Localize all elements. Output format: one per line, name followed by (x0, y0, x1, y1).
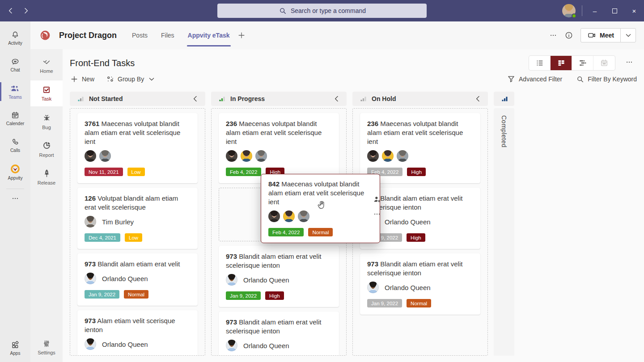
task-title: 973 Blandit alam etiam erat velit sceler… (367, 260, 473, 278)
assignee-avatar (367, 150, 379, 162)
task-card[interactable]: 236 Maecenas volutpat blandit alam etiam… (360, 113, 480, 183)
module-rail-item-release[interactable]: Release (30, 164, 63, 189)
task-card[interactable]: 973 Blandit alam etiam erat velit sceler… (360, 253, 480, 315)
channel-tabs: PostsFilesAppvity eTask (127, 21, 235, 49)
app-rail-more-button[interactable] (0, 192, 30, 205)
app-rail-item-apps[interactable]: Apps (0, 335, 30, 361)
team-logo-icon (39, 29, 51, 41)
board-more-button[interactable] (625, 58, 633, 66)
assignee-avatar (367, 282, 379, 293)
filter-by-keyword-input[interactable]: Filter By Keyword (576, 75, 637, 84)
rail-item-label: Bug (42, 125, 51, 130)
tab-files[interactable]: Files (156, 21, 180, 49)
user-avatar[interactable] (562, 4, 576, 17)
group-by-icon (106, 75, 114, 84)
module-rail-item-home[interactable]: Home (30, 53, 63, 79)
rail-item-label: Activity (8, 41, 22, 46)
meet-button[interactable]: Meet (581, 29, 620, 42)
rail-item-label: Appvity (8, 176, 23, 181)
module-rail-item-bug[interactable]: Bug (30, 108, 63, 134)
task-card[interactable]: 973 Blandit alam etiam erat velit sceler… (219, 246, 339, 307)
card-more-button[interactable] (373, 210, 381, 218)
collapse-column-button[interactable] (191, 94, 200, 103)
task-card[interactable]: 3761 Maecenas volutpat blandit alam etia… (77, 113, 198, 183)
assignee-name: Orlando Queen (102, 341, 148, 348)
task-id: 842 (268, 180, 280, 188)
teams-title-bar: Search or type a command – × (0, 0, 644, 21)
column-header[interactable]: On Hold (352, 92, 488, 106)
dragged-task-card[interactable]: 842 Maecenas volutpat blandit alam etiam… (261, 174, 380, 243)
column-name: Completed (500, 115, 508, 356)
assign-person-button[interactable] (373, 195, 381, 204)
bell-icon (11, 30, 20, 39)
ellipsis-icon (11, 194, 19, 202)
assignee-name: Orlando Queen (243, 276, 289, 284)
advanced-filter-button[interactable]: Advanced Filter (507, 75, 562, 84)
group-by-dropdown[interactable]: Group By (106, 75, 156, 84)
task-card[interactable]: 973 Blandit alam etiam erat velitOrlando… (77, 253, 198, 306)
assignee-avatar (255, 150, 267, 162)
grab-hand-cursor-icon (316, 199, 327, 210)
view-list-button[interactable] (529, 56, 551, 70)
priority-badge: High (407, 233, 425, 242)
task-card[interactable]: 973 Alam etiam velit scerisque ientonOrl… (77, 310, 198, 356)
task-id: 236 (226, 120, 237, 127)
priority-badge: Normal (407, 299, 431, 307)
teams-icon (10, 84, 20, 93)
module-rail-item-settings[interactable]: Settings (30, 334, 63, 360)
assignee-avatar (382, 150, 394, 162)
ellipsis-icon (373, 210, 381, 218)
task-title: 973 Blandit alam etiam erat velit (85, 260, 191, 269)
view-kanban-button[interactable] (551, 56, 572, 70)
app-rail-item-calender[interactable]: Calender (0, 105, 30, 131)
column-header[interactable]: Not Started (70, 92, 205, 106)
chevron-left-icon (6, 6, 15, 15)
column-status-chart-icon (77, 95, 85, 103)
rail-item-label: Settings (38, 350, 55, 355)
assignee-avatar (85, 338, 96, 350)
rail-item-label: Release (38, 180, 55, 185)
meet-dropdown-button[interactable] (620, 29, 636, 42)
command-search-input[interactable]: Search or type a command (217, 4, 427, 18)
app-rail-item-teams[interactable]: Teams (0, 79, 30, 105)
window-close-button[interactable]: × (624, 0, 644, 21)
tab-posts[interactable]: Posts (127, 21, 153, 49)
nav-back-button[interactable] (6, 6, 15, 15)
module-rail-item-report[interactable]: Report (30, 136, 63, 162)
assignee-name: Orlando Queen (385, 284, 431, 291)
collapse-column-button[interactable] (332, 94, 341, 103)
collapse-column-button[interactable] (474, 94, 483, 103)
due-date-badge: Dec 4, 2021 (85, 233, 120, 242)
task-card[interactable]: 236 Maecenas volutpat blandit alam etiam… (219, 113, 339, 183)
column-name: In Progress (230, 95, 265, 102)
column-header[interactable]: In Progress (211, 92, 347, 106)
new-task-button[interactable]: New (70, 75, 94, 84)
channel-header: Project Dragon PostsFilesAppvity eTask M… (30, 21, 644, 49)
column-header[interactable] (494, 92, 514, 106)
collapsed-column-strip[interactable]: Completed (494, 108, 514, 356)
task-icon (42, 85, 51, 94)
new-label: New (82, 76, 94, 83)
list-view-icon (535, 59, 544, 67)
due-date-badge: Jan 9, 2022 (226, 291, 261, 300)
team-name: Project Dragon (59, 31, 117, 40)
tab-appvity-etask[interactable]: Appvity eTask (182, 21, 235, 49)
nav-forward-button[interactable] (21, 6, 30, 15)
module-rail-item-task[interactable]: Task (30, 80, 63, 106)
app-rail-item-chat[interactable]: Chat (0, 52, 30, 78)
task-card[interactable]: 126 Volutpat blandit alam etiam erat vel… (77, 188, 198, 249)
window-minimize-button[interactable]: – (585, 0, 605, 21)
app-rail-item-activity[interactable]: Activity (0, 25, 30, 51)
column-name: Not Started (89, 95, 123, 102)
channel-more-button[interactable] (549, 31, 557, 39)
task-card[interactable]: 973 Blandit alam etiam erat velit sceler… (219, 311, 339, 356)
app-rail-item-calls[interactable]: Calls (0, 132, 30, 158)
view-timeline-button[interactable] (572, 56, 593, 70)
channel-info-button[interactable] (564, 31, 573, 40)
assignee-avatar (226, 150, 237, 162)
window-maximize-button[interactable] (605, 0, 624, 21)
app-rail-item-appvity[interactable]: Appvity (0, 159, 30, 185)
view-switcher (529, 55, 615, 71)
chat-icon (11, 57, 20, 66)
add-tab-button[interactable] (237, 31, 246, 40)
